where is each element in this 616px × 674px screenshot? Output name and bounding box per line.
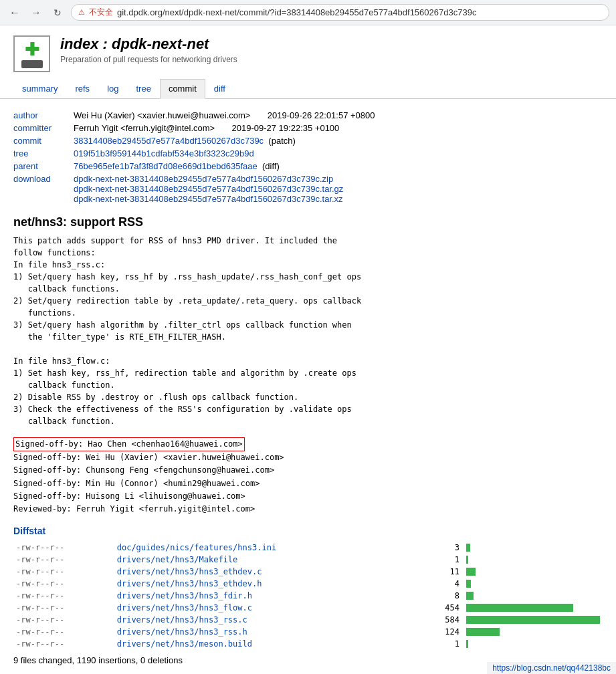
browser-bar: ← → ↻ ⚠ 不安全 git.dpdk.org/next/dpdk-next-… <box>0 0 616 25</box>
diffstat-file[interactable]: doc/guides/nics/features/hns3.ini <box>114 542 424 554</box>
logo-bottom <box>21 60 43 68</box>
diffstat-perms: -rw-r--r-- <box>13 566 114 578</box>
diffstat-perms: -rw-r--r-- <box>13 590 114 602</box>
diffstat-row: -rw-r--r--drivers/net/hns3/Makefile1 <box>13 554 603 566</box>
tab-commit[interactable]: commit <box>160 79 205 99</box>
meta-row-commit: commit 38314408eb29455d7e577a4bdf1560267… <box>13 134 381 147</box>
tab-diff[interactable]: diff <box>205 79 234 98</box>
author-name: Wei Hu (Xavier) <xavier.huwei@huawei.com… <box>74 110 250 120</box>
reviewed-by: Reviewed-by: Ferruh Yigit <ferruh.yigit@… <box>13 504 255 514</box>
diffstat-file[interactable]: drivers/net/hns3/hns3_rss.h <box>114 626 424 638</box>
author-label: author <box>13 109 74 122</box>
tab-tree[interactable]: tree <box>127 79 159 98</box>
meta-row-author: author Wei Hu (Xavier) <xavier.huwei@hua… <box>13 109 381 122</box>
diffstat-file[interactable]: drivers/net/hns3/hns3_rss.c <box>114 614 424 626</box>
diffstat-count: 1 <box>423 638 464 650</box>
download-link-0[interactable]: dpdk-next-net-38314408eb29455d7e577a4bdf… <box>74 174 333 184</box>
diffstat-row: -rw-r--r--doc/guides/nics/features/hns3.… <box>13 542 603 554</box>
diffstat-file[interactable]: drivers/net/hns3/hns3_flow.c <box>114 602 424 614</box>
diffstat-count: 124 <box>423 626 464 638</box>
diffstat-bar-cell <box>464 626 603 638</box>
parent-label: parent <box>13 160 74 173</box>
diffstat-perms: -rw-r--r-- <box>13 542 114 554</box>
diffstat-file[interactable]: drivers/net/hns3/hns3_fdir.h <box>114 590 424 602</box>
signed-off-section: Signed-off-by: Hao Chen <chenhao164@huaw… <box>13 437 603 516</box>
commit-patch: (patch) <box>268 136 295 146</box>
committer-name: Ferruh Yigit <ferruh.yigit@intel.com> <box>74 123 215 133</box>
security-icon: ⚠ <box>78 8 85 17</box>
back-button[interactable]: ← <box>7 5 23 21</box>
diffstat-file[interactable]: drivers/net/hns3/hns3_ethdev.c <box>114 566 424 578</box>
diffstat-bar-cell <box>464 554 603 566</box>
signed-off-0: Signed-off-by: Wei Hu (Xavier) <xavier.h… <box>13 453 284 462</box>
author-date: 2019-09-26 22:01:57 +0800 <box>268 110 375 120</box>
tab-refs[interactable]: refs <box>66 79 98 98</box>
site-logo: ✚ <box>13 35 50 72</box>
committer-date: 2019-09-27 19:22:35 +0100 <box>231 123 339 133</box>
diffstat-perms: -rw-r--r-- <box>13 578 114 590</box>
committer-label: committer <box>13 122 74 134</box>
meta-row-tree: tree 019f51b3f959144b1cdfabf534e3bf3323c… <box>13 147 381 160</box>
diffstat-count: 584 <box>423 614 464 626</box>
status-bar: https://blog.csdn.net/qq442138bc <box>487 662 616 674</box>
signed-off-3: Signed-off-by: Huisong Li <lihuisong@hua… <box>13 491 245 501</box>
url-text: git.dpdk.org/next/dpdk-next-net/commit/?… <box>117 7 476 17</box>
address-bar[interactable]: ⚠ 不安全 git.dpdk.org/next/dpdk-next-net/co… <box>71 4 609 21</box>
diffstat-title: Diffstat <box>13 526 603 536</box>
diffstat-bar-cell <box>464 638 603 650</box>
refresh-button[interactable]: ↻ <box>49 5 66 21</box>
diffstat-perms: -rw-r--r-- <box>13 614 114 626</box>
diffstat-count: 3 <box>423 542 464 554</box>
site-title: index : dpdk-next-net <box>60 35 237 53</box>
diffstat-bar-cell <box>464 614 603 626</box>
diffstat-row: -rw-r--r--drivers/net/hns3/hns3_rss.c584 <box>13 614 603 626</box>
diffstat-count: 454 <box>423 602 464 614</box>
meta-table: author Wei Hu (Xavier) <xavier.huwei@hua… <box>13 109 381 205</box>
meta-row-download: download dpdk-next-net-38314408eb29455d7… <box>13 173 381 205</box>
site-title-area: index : dpdk-next-net Preparation of pul… <box>60 35 237 64</box>
diffstat-count: 8 <box>423 590 464 602</box>
diffstat-row: -rw-r--r--drivers/net/hns3/hns3_flow.c45… <box>13 602 603 614</box>
download-link-2[interactable]: dpdk-next-net-38314408eb29455d7e577a4bdf… <box>74 194 343 204</box>
diffstat-perms: -rw-r--r-- <box>13 602 114 614</box>
security-label: 不安全 <box>89 7 113 18</box>
parent-diff: (diff) <box>262 161 280 171</box>
tab-summary[interactable]: summary <box>13 79 66 98</box>
diffstat-bar-cell <box>464 590 603 602</box>
diffstat-row: -rw-r--r--drivers/net/hns3/meson.build1 <box>13 638 603 650</box>
site-header: ✚ index : dpdk-next-net Preparation of p… <box>0 25 616 79</box>
commit-hash-link[interactable]: 38314408eb29455d7e577a4bdf1560267d3c739c <box>74 136 264 146</box>
diffstat-table: -rw-r--r--doc/guides/nics/features/hns3.… <box>13 542 603 650</box>
diffstat-count: 11 <box>423 566 464 578</box>
main-content: author Wei Hu (Xavier) <xavier.huwei@hua… <box>0 99 616 674</box>
diffstat-perms: -rw-r--r-- <box>13 626 114 638</box>
status-link[interactable]: https://blog.csdn.net/qq442138bc <box>492 663 611 673</box>
diffstat-bar-cell <box>464 566 603 578</box>
diffstat-file[interactable]: drivers/net/hns3/Makefile <box>114 554 424 566</box>
meta-row-parent: parent 76be965efe1b7af3f8d7d08e669d1bebd… <box>13 160 381 173</box>
signed-off-1: Signed-off-by: Chunsong Feng <fengchunso… <box>13 465 274 475</box>
commit-title: net/hns3: support RSS <box>13 215 603 229</box>
parent-hash-link[interactable]: 76be965efe1b7af3f8d7d08e669d1bebd635faae <box>74 161 258 171</box>
tab-log[interactable]: log <box>98 79 127 98</box>
diffstat-file[interactable]: drivers/net/hns3/meson.build <box>114 638 424 650</box>
tree-label: tree <box>13 147 74 160</box>
diffstat-row: -rw-r--r--drivers/net/hns3/hns3_rss.h124 <box>13 626 603 638</box>
diffstat-bar-cell <box>464 578 603 590</box>
download-link-1[interactable]: dpdk-next-net-38314408eb29455d7e577a4bdf… <box>74 184 343 194</box>
logo-icon: ✚ <box>25 39 39 60</box>
diffstat-row: -rw-r--r--drivers/net/hns3/hns3_ethdev.c… <box>13 566 603 578</box>
diffstat-count: 1 <box>423 554 464 566</box>
nav-tabs: summary refs log tree commit diff <box>0 79 616 99</box>
tree-hash-link[interactable]: 019f51b3f959144b1cdfabf534e3bf3323c29b9d <box>74 148 254 158</box>
commit-label: commit <box>13 134 74 147</box>
forward-button[interactable]: → <box>28 5 44 21</box>
diffstat-file[interactable]: drivers/net/hns3/hns3_ethdev.h <box>114 578 424 590</box>
diffstat-perms: -rw-r--r-- <box>13 554 114 566</box>
diffstat-count: 4 <box>423 578 464 590</box>
site-subtitle: Preparation of pull requests for network… <box>60 55 237 64</box>
page: ✚ index : dpdk-next-net Preparation of p… <box>0 25 616 674</box>
diffstat-perms: -rw-r--r-- <box>13 638 114 650</box>
diffstat-row: -rw-r--r--drivers/net/hns3/hns3_fdir.h8 <box>13 590 603 602</box>
signed-off-highlight: Signed-off-by: Hao Chen <chenhao164@huaw… <box>13 437 245 451</box>
